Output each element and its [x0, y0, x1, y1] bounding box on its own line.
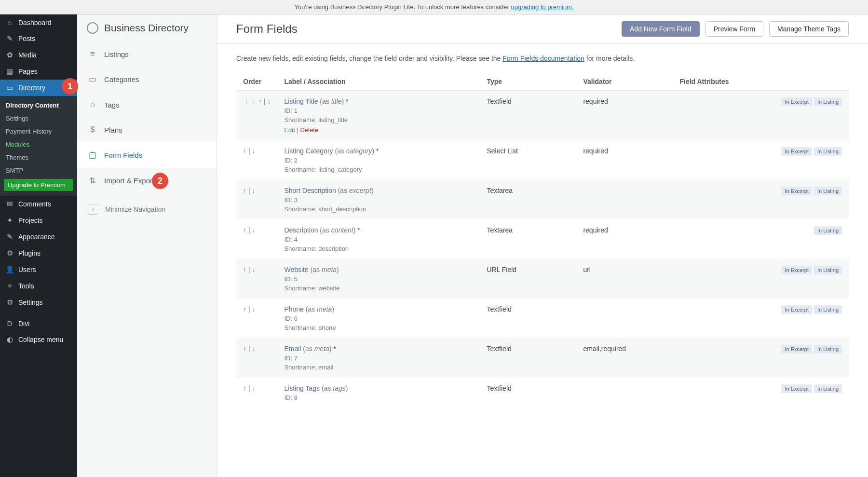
preview-form-button[interactable]: Preview Form	[705, 21, 763, 37]
move-down-icon[interactable]: ↓	[267, 97, 271, 105]
wp-nav-collapse-menu[interactable]: ◐Collapse menu	[0, 331, 77, 348]
move-down-icon[interactable]: ↓	[252, 305, 255, 313]
field-row: ↑ | ↓Website (as meta)ID: 5Shortname: we…	[236, 259, 849, 299]
attrs-cell: In Listing	[673, 219, 849, 259]
wp-nav-divi[interactable]: DDivi	[0, 315, 77, 331]
attrs-cell: In ExcerptIn Listing	[673, 140, 849, 180]
label-cell: Listing Category (as category) *ID: 2Sho…	[277, 140, 480, 180]
plugin-nav-listings[interactable]: ≡Listings	[77, 41, 217, 67]
field-assoc: (as category)	[335, 147, 374, 155]
badge-listing: In Listing	[814, 187, 842, 195]
step-badge-2: 2	[152, 173, 168, 189]
attrs-cell: In ExcerptIn Listing	[673, 259, 849, 299]
wp-sub-payment-history[interactable]: Payment History	[0, 125, 77, 138]
add-field-button[interactable]: Add New Form Field	[622, 21, 700, 37]
wp-nav-comments[interactable]: ✉Comments	[0, 196, 77, 212]
drag-handle-icon[interactable]: ⋮⋮	[243, 97, 257, 105]
wp-sub-upgrade-to-premium[interactable]: Upgrade to Premium	[4, 179, 73, 191]
move-up-icon[interactable]: ↑	[243, 384, 246, 392]
field-name-link[interactable]: Listing Category	[284, 147, 333, 155]
wp-sub-modules[interactable]: Modules	[0, 138, 77, 151]
nav-label: Collapse menu	[18, 336, 63, 343]
field-name-link[interactable]: Description	[284, 226, 318, 234]
wp-nav-plugins[interactable]: ⚙Plugins	[0, 245, 77, 261]
move-down-icon[interactable]: ↓	[252, 345, 255, 353]
wp-nav-settings[interactable]: ⚙Settings	[0, 294, 77, 311]
wp-sub-smtp[interactable]: SMTP	[0, 164, 77, 177]
field-assoc: (as content)	[320, 226, 355, 234]
plugin-nav-form-fields[interactable]: ▢Form Fields	[77, 142, 217, 168]
field-shortname: Shortname: listing_title	[284, 116, 473, 123]
col-type[interactable]: Type	[480, 73, 576, 91]
label-cell: Listing Title (as title) *ID: 1Shortname…	[277, 91, 480, 141]
plugin-nav-import-export[interactable]: ⇅Import & Export	[77, 168, 217, 193]
field-id: ID: 4	[284, 236, 473, 243]
field-id: ID: 5	[284, 275, 473, 283]
move-down-icon[interactable]: ↓	[252, 384, 255, 392]
badge-excerpt: In Excerpt	[781, 384, 812, 393]
move-down-icon[interactable]: ↓	[252, 147, 255, 155]
move-up-icon[interactable]: ↑	[243, 147, 246, 155]
edit-link[interactable]: Edit	[284, 126, 295, 134]
minimize-nav[interactable]: ‹ Minimize Navigation	[77, 197, 217, 221]
badge-excerpt: In Excerpt	[781, 97, 812, 106]
field-id: ID: 6	[284, 315, 473, 322]
wp-nav-pages[interactable]: ▤Pages	[0, 63, 77, 80]
plugin-nav-categories[interactable]: ▭Categories	[77, 67, 217, 92]
field-assoc: (as tags)	[322, 384, 348, 392]
nav-icon: 👤	[5, 265, 14, 274]
move-up-icon[interactable]: ↑	[258, 97, 262, 105]
nav-icon: ✎	[5, 34, 14, 43]
field-name-link[interactable]: Short Description	[284, 187, 336, 194]
move-up-icon[interactable]: ↑	[243, 305, 246, 313]
validator-cell: required	[576, 140, 673, 180]
field-name-link[interactable]: Email	[284, 345, 301, 353]
col-order[interactable]: Order	[236, 73, 277, 91]
plugin-nav-icon: ▢	[88, 150, 97, 160]
move-up-icon[interactable]: ↑	[243, 266, 246, 273]
wp-nav-posts[interactable]: ✎Posts	[0, 30, 77, 47]
field-name-link[interactable]: Phone	[284, 305, 303, 313]
upgrade-link[interactable]: upgrading to premium.	[511, 3, 573, 11]
wp-nav-appearance[interactable]: ✎Appearance	[0, 229, 77, 245]
badge-excerpt: In Excerpt	[781, 147, 812, 156]
move-down-icon[interactable]: ↓	[252, 187, 255, 194]
nav-label: Divi	[18, 320, 29, 327]
plugin-nav-label: Form Fields	[104, 151, 142, 159]
wp-sub-settings[interactable]: Settings	[0, 112, 77, 125]
col-label[interactable]: Label / Association	[277, 73, 480, 91]
label-cell: Short Description (as excerpt)ID: 3Short…	[277, 180, 480, 219]
nav-icon: ✧	[5, 282, 14, 290]
field-name-link[interactable]: Listing Tags	[284, 384, 320, 392]
wp-sub-directory-content[interactable]: Directory Content	[0, 99, 77, 112]
field-assoc: (as meta)	[306, 305, 334, 313]
wp-nav-media[interactable]: ✿Media	[0, 47, 77, 63]
wp-nav-projects[interactable]: ✦Projects	[0, 212, 77, 229]
plugin-nav-icon: $	[88, 125, 97, 135]
field-assoc: (as title)	[320, 97, 344, 105]
field-name-link[interactable]: Listing Title	[284, 97, 318, 105]
wp-nav-users[interactable]: 👤Users	[0, 261, 77, 278]
docs-link[interactable]: Form Fields documentation	[502, 55, 584, 62]
badge-excerpt: In Excerpt	[781, 187, 812, 195]
move-up-icon[interactable]: ↑	[243, 226, 246, 234]
col-attrs[interactable]: Field Attributes	[673, 73, 849, 91]
wp-nav-dashboard[interactable]: ⌂Dashboard	[0, 14, 77, 30]
manage-tags-button[interactable]: Manage Theme Tags	[769, 21, 849, 37]
move-down-icon[interactable]: ↓	[252, 226, 255, 234]
col-validator[interactable]: Validator	[576, 73, 673, 91]
validator-cell: required	[576, 91, 673, 141]
plugin-nav-plans[interactable]: $Plans	[77, 117, 217, 142]
move-down-icon[interactable]: ↓	[252, 266, 255, 273]
move-up-icon[interactable]: ↑	[243, 187, 246, 194]
upgrade-notice: You're using Business Directory Plugin L…	[0, 0, 868, 14]
plugin-sidebar: Business Directory ≡Listings▭Categories⌂…	[77, 14, 217, 477]
field-name-link[interactable]: Website	[284, 266, 308, 273]
wp-sub-themes[interactable]: Themes	[0, 151, 77, 164]
delete-link[interactable]: Delete	[300, 126, 318, 134]
badge-listing: In Listing	[814, 345, 842, 354]
move-up-icon[interactable]: ↑	[243, 345, 246, 353]
plugin-nav-icon: ▭	[88, 74, 97, 84]
wp-nav-tools[interactable]: ✧Tools	[0, 278, 77, 294]
plugin-nav-tags[interactable]: ⌂Tags	[77, 92, 217, 117]
